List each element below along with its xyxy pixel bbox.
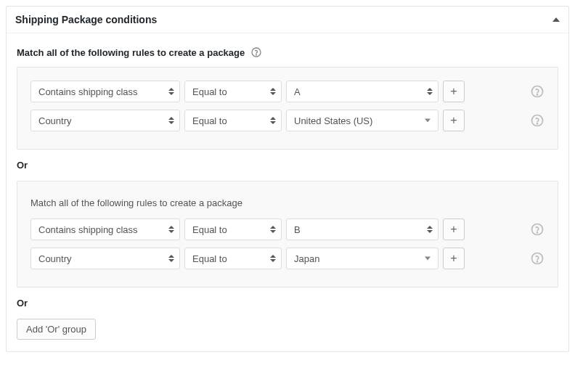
operator-select-value: Equal to	[192, 86, 227, 97]
value-select-value: Japan	[294, 253, 319, 264]
value-select[interactable]: B	[286, 219, 439, 240]
field-select[interactable]: Country	[30, 110, 180, 131]
field-select[interactable]: Contains shipping class	[30, 219, 180, 240]
operator-select-value: Equal to	[192, 115, 227, 126]
operator-select[interactable]: Equal to	[184, 219, 282, 240]
field-select-value: Country	[38, 253, 72, 264]
dropdown-caret-icon	[425, 257, 431, 261]
operator-select[interactable]: Equal to	[184, 81, 282, 102]
svg-point-3	[537, 94, 538, 95]
help-icon[interactable]	[530, 84, 545, 99]
conditions-panel: Shipping Package conditions Match all of…	[6, 6, 569, 352]
panel-body: Match all of the following rules to crea…	[7, 33, 568, 351]
panel-header[interactable]: Shipping Package conditions	[7, 7, 568, 33]
value-select[interactable]: United States (US)	[286, 110, 439, 131]
help-icon[interactable]	[250, 46, 262, 58]
add-condition-button[interactable]: +	[443, 110, 465, 131]
or-separator: Or	[17, 298, 558, 309]
updown-caret-icon	[427, 88, 433, 95]
match-all-text: Match all of the following rules to crea…	[17, 47, 245, 58]
help-icon[interactable]	[530, 222, 545, 237]
updown-caret-icon	[168, 88, 174, 95]
condition-group: Match all of the following rules to crea…	[17, 181, 558, 287]
operator-select[interactable]: Equal to	[184, 248, 282, 269]
updown-caret-icon	[270, 117, 276, 124]
operator-select-value: Equal to	[192, 224, 227, 235]
operator-select-value: Equal to	[192, 253, 227, 264]
or-separator: Or	[17, 160, 558, 171]
condition-row: Contains shipping class Equal to A +	[30, 81, 545, 102]
svg-point-5	[537, 123, 538, 124]
field-select-value: Contains shipping class	[38, 224, 138, 235]
value-select-value: B	[294, 224, 301, 235]
field-select-value: Contains shipping class	[38, 86, 138, 97]
updown-caret-icon	[168, 226, 174, 233]
condition-row: Contains shipping class Equal to B +	[30, 219, 545, 240]
svg-point-1	[256, 54, 257, 55]
add-condition-button[interactable]: +	[443, 81, 465, 102]
collapse-caret-icon[interactable]	[552, 17, 560, 22]
group-match-all-label: Match all of the following rules to crea…	[30, 197, 545, 208]
svg-point-9	[537, 261, 538, 262]
panel-title: Shipping Package conditions	[15, 14, 157, 25]
updown-caret-icon	[427, 226, 433, 233]
dropdown-caret-icon	[425, 119, 431, 123]
add-condition-button[interactable]: +	[443, 219, 465, 240]
value-select-value: United States (US)	[294, 115, 372, 126]
value-select-value: A	[294, 86, 301, 97]
condition-group: Contains shipping class Equal to A +	[17, 67, 558, 150]
field-select-value: Country	[38, 115, 72, 126]
svg-point-7	[537, 232, 538, 233]
value-select[interactable]: Japan	[286, 248, 439, 269]
field-select[interactable]: Country	[30, 248, 180, 269]
match-all-label: Match all of the following rules to crea…	[17, 46, 558, 58]
field-select[interactable]: Contains shipping class	[30, 81, 180, 102]
value-select[interactable]: A	[286, 81, 439, 102]
condition-row: Country Equal to United States (US) +	[30, 110, 545, 131]
updown-caret-icon	[168, 117, 174, 124]
updown-caret-icon	[270, 88, 276, 95]
help-icon[interactable]	[530, 113, 545, 128]
help-icon[interactable]	[530, 251, 545, 266]
updown-caret-icon	[270, 226, 276, 233]
add-or-group-button[interactable]: Add 'Or' group	[17, 319, 96, 340]
updown-caret-icon	[270, 255, 276, 262]
condition-row: Country Equal to Japan +	[30, 248, 545, 269]
add-condition-button[interactable]: +	[443, 248, 465, 269]
operator-select[interactable]: Equal to	[184, 110, 282, 131]
updown-caret-icon	[168, 255, 174, 262]
